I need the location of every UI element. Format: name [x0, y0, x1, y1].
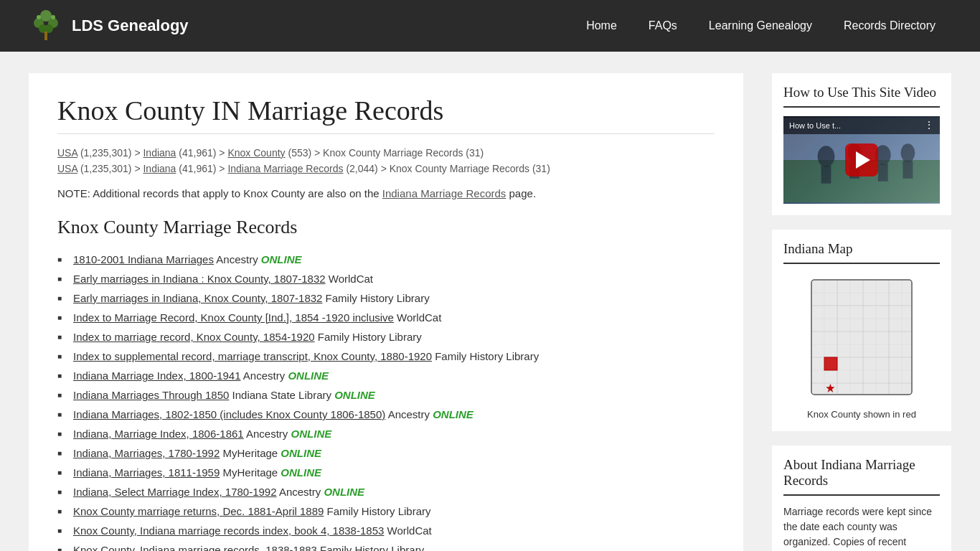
- video-menu-icon[interactable]: ⋮: [924, 119, 934, 131]
- indiana-map-svg: [804, 273, 919, 402]
- site-header: LDS Genealogy Home FAQs Learning Genealo…: [0, 0, 980, 52]
- record-link-14[interactable]: Knox County marriage returns, Dec. 1881-…: [73, 505, 324, 517]
- breadcrumb-indiana-marriage[interactable]: Indiana Marriage Records: [227, 163, 343, 174]
- svg-rect-5: [44, 32, 47, 40]
- page-title: Knox County IN Marriage Records: [57, 95, 715, 134]
- play-button[interactable]: [845, 143, 878, 176]
- online-badge-8: ONLINE: [334, 389, 375, 401]
- record-link-5[interactable]: Index to marriage record, Knox County, 1…: [73, 331, 315, 343]
- record-link-12[interactable]: Indiana, Marriages, 1811-1959: [73, 466, 220, 479]
- online-badge-7: ONLINE: [288, 369, 329, 382]
- section-title: Knox County Marriage Records: [57, 217, 715, 238]
- online-badge-10: ONLINE: [291, 428, 332, 440]
- record-link-2[interactable]: Early marriages in Indiana : Knox County…: [73, 273, 326, 285]
- svg-rect-12: [821, 166, 831, 184]
- map-section: Indiana Map: [772, 230, 951, 431]
- list-item: Index to supplemental record, marriage t…: [57, 347, 715, 366]
- svg-rect-18: [903, 161, 913, 179]
- record-link-3[interactable]: Early marriages in Indiana, Knox County,…: [73, 292, 322, 304]
- svg-point-6: [37, 15, 41, 19]
- list-item: Indiana, Marriages, 1811-1959 MyHeritage…: [57, 463, 715, 482]
- breadcrumb-line-1: USA (1,235,301) > Indiana (41,961) > Kno…: [57, 147, 715, 159]
- video-section: How to Use This Site Video: [772, 73, 951, 215]
- breadcrumb-usa-2[interactable]: USA: [57, 163, 77, 174]
- list-item: Knox County marriage returns, Dec. 1881-…: [57, 501, 715, 521]
- svg-point-11: [818, 146, 835, 167]
- record-link-11[interactable]: Indiana, Marriages, 1780-1992: [73, 447, 220, 459]
- content-area: Knox County IN Marriage Records USA (1,2…: [0, 52, 980, 551]
- breadcrumb-indiana-2[interactable]: Indiana: [143, 163, 176, 174]
- svg-point-17: [901, 143, 915, 162]
- online-badge-9: ONLINE: [433, 408, 473, 420]
- record-link-13[interactable]: Indiana, Select Marriage Index, 1780-199…: [73, 486, 277, 498]
- breadcrumb-knox-1[interactable]: Knox County: [227, 147, 285, 159]
- about-section-title: About Indiana Marriage Records: [783, 457, 940, 496]
- record-link-16[interactable]: Knox County, Indiana marriage records, 1…: [73, 544, 317, 551]
- nav-learning[interactable]: Learning Genealogy: [693, 1, 828, 51]
- record-link-6[interactable]: Index to supplemental record, marriage t…: [73, 350, 432, 362]
- list-item: 1810-2001 Indiana Marriages Ancestry ONL…: [57, 250, 715, 269]
- about-section: About Indiana Marriage Records Marriage …: [772, 446, 951, 551]
- list-item: Knox County, Indiana marriage records in…: [57, 521, 715, 540]
- about-text: Marriage records were kept since the dat…: [783, 504, 940, 551]
- map-container: Knox County shown in red: [783, 273, 940, 420]
- video-title-label: How to Use t...: [789, 121, 841, 130]
- video-inner: How to Use t... ⋮: [783, 116, 940, 204]
- records-list: 1810-2001 Indiana Marriages Ancestry ONL…: [57, 250, 715, 551]
- record-link-4[interactable]: Index to Marriage Record, Knox County [I…: [73, 311, 394, 324]
- record-link-15[interactable]: Knox County, Indiana marriage records in…: [73, 524, 384, 537]
- breadcrumb-usa-1[interactable]: USA: [57, 147, 77, 159]
- nav-faqs[interactable]: FAQs: [633, 1, 693, 51]
- logo-tree-icon: [29, 9, 63, 43]
- logo-text: LDS Genealogy: [72, 17, 189, 35]
- record-link-10[interactable]: Indiana, Marriage Index, 1806-1861: [73, 428, 244, 440]
- list-item: Index to marriage record, Knox County, 1…: [57, 327, 715, 347]
- breadcrumb-line-2: USA (1,235,301) > Indiana (41,961) > Ind…: [57, 163, 715, 174]
- record-link-7[interactable]: Indiana Marriage Index, 1800-1941: [73, 369, 241, 382]
- page-wrapper: Knox County IN Marriage Records USA (1,2…: [0, 52, 980, 551]
- record-link-9[interactable]: Indiana Marriages, 1802-1850 (includes K…: [73, 408, 385, 420]
- list-item: Indiana Marriages, 1802-1850 (includes K…: [57, 405, 715, 424]
- indiana-marriage-records-link[interactable]: Indiana Marriage Records: [382, 187, 507, 199]
- list-item: Early marriages in Indiana, Knox County,…: [57, 288, 715, 308]
- map-caption: Knox County shown in red: [783, 409, 940, 420]
- video-bg: How to Use t... ⋮: [783, 116, 940, 204]
- list-item: Knox County, Indiana marriage records, 1…: [57, 540, 715, 551]
- online-badge-13: ONLINE: [324, 486, 364, 498]
- video-thumbnail[interactable]: How to Use t... ⋮: [783, 116, 940, 204]
- list-item: Indiana, Marriage Index, 1806-1861 Ances…: [57, 424, 715, 443]
- nav-records[interactable]: Records Directory: [828, 1, 951, 51]
- breadcrumb-indiana-1[interactable]: Indiana: [143, 147, 176, 159]
- svg-point-7: [51, 15, 55, 19]
- list-item: Early marriages in Indiana : Knox County…: [57, 269, 715, 288]
- online-badge-1: ONLINE: [261, 253, 302, 265]
- play-icon: [856, 151, 870, 169]
- svg-rect-16: [878, 164, 888, 182]
- list-item: Indiana Marriages Through 1850 Indiana S…: [57, 385, 715, 405]
- svg-rect-35: [824, 357, 837, 370]
- video-section-title: How to Use This Site Video: [783, 85, 940, 108]
- list-item: Indiana Marriage Index, 1800-1941 Ancest…: [57, 366, 715, 385]
- online-badge-11: ONLINE: [281, 447, 321, 459]
- nav-home[interactable]: Home: [570, 1, 633, 51]
- sidebar: How to Use This Site Video: [772, 73, 951, 551]
- note-text: NOTE: Additional records that apply to K…: [57, 187, 715, 199]
- list-item: Index to Marriage Record, Knox County [I…: [57, 308, 715, 327]
- online-badge-12: ONLINE: [281, 466, 321, 479]
- record-link-1[interactable]: 1810-2001 Indiana Marriages: [73, 253, 214, 265]
- record-link-8[interactable]: Indiana Marriages Through 1850: [73, 389, 229, 401]
- video-top-bar: How to Use t... ⋮: [783, 116, 940, 134]
- main-nav: Home FAQs Learning Genealogy Records Dir…: [570, 1, 951, 51]
- main-content: Knox County IN Marriage Records USA (1,2…: [29, 73, 743, 551]
- list-item: Indiana, Marriages, 1780-1992 MyHeritage…: [57, 443, 715, 463]
- list-item: Indiana, Select Marriage Index, 1780-199…: [57, 482, 715, 501]
- logo-link[interactable]: LDS Genealogy: [29, 9, 189, 43]
- map-section-title: Indiana Map: [783, 241, 940, 264]
- svg-rect-19: [811, 280, 912, 395]
